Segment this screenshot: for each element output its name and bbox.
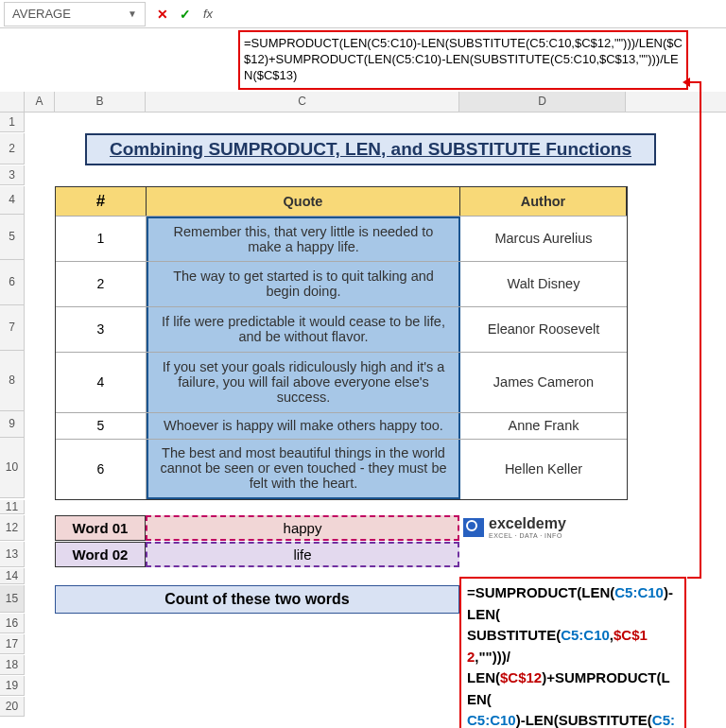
- fx-icon[interactable]: fx: [199, 5, 217, 24]
- row-header[interactable]: 8: [0, 351, 25, 411]
- table-header-author[interactable]: Author: [460, 187, 627, 216]
- formula-overlay: =SUMPRODUCT(LEN(C5:C10)-LEN( SUBSTITUTE(…: [459, 577, 686, 728]
- name-box-value: AVERAGE: [12, 7, 71, 21]
- word01-value[interactable]: happy: [146, 515, 459, 541]
- row-header[interactable]: 7: [0, 305, 25, 351]
- row-header[interactable]: 18: [0, 655, 25, 675]
- arrow-head-icon: [683, 78, 690, 87]
- row-header[interactable]: 9: [0, 411, 25, 438]
- arrow-connector: [700, 83, 701, 579]
- row-header[interactable]: 20: [0, 697, 25, 717]
- table-cell[interactable]: 2: [56, 262, 147, 306]
- col-header-b[interactable]: B: [55, 92, 146, 112]
- table-cell[interactable]: 1: [56, 217, 147, 261]
- row-header[interactable]: 14: [0, 568, 25, 584]
- row-header[interactable]: 3: [0, 165, 25, 185]
- select-all-corner[interactable]: [0, 92, 25, 112]
- exceldemy-logo: exceldemy EXCEL · DATA · INFO: [463, 515, 566, 539]
- word02-value[interactable]: life: [146, 542, 459, 567]
- word01-label[interactable]: Word 01: [55, 515, 146, 541]
- table-cell[interactable]: Eleanor Roosevelt: [460, 307, 627, 352]
- col-header-a[interactable]: A: [25, 92, 55, 112]
- quotes-table: # Quote Author 1 Remember this, that ver…: [55, 186, 628, 500]
- page-title: Combining SUMPRODUCT, LEN, and SUBSTITUT…: [85, 133, 656, 165]
- row-header[interactable]: 19: [0, 676, 25, 696]
- word02-label[interactable]: Word 02: [55, 542, 146, 567]
- table-header-quote[interactable]: Quote: [147, 187, 460, 216]
- chevron-down-icon[interactable]: ▼: [128, 9, 137, 19]
- table-cell[interactable]: Anne Frank: [460, 413, 627, 439]
- row-header[interactable]: 15: [0, 585, 25, 613]
- table-cell[interactable]: Marcus Aurelius: [460, 217, 627, 261]
- arrow-connector: [688, 81, 701, 83]
- row-header[interactable]: 17: [0, 634, 25, 654]
- logo-icon: [463, 518, 484, 537]
- row-header[interactable]: 12: [0, 515, 25, 541]
- row-header[interactable]: 11: [0, 500, 25, 514]
- row-header[interactable]: 5: [0, 215, 25, 260]
- table-cell[interactable]: 5: [56, 413, 147, 439]
- logo-text: exceldemy: [489, 515, 566, 532]
- table-cell[interactable]: If you set your goals ridiculously high …: [147, 353, 460, 412]
- table-cell[interactable]: If life were predictable it would cease …: [147, 307, 460, 352]
- arrow-connector: [687, 577, 701, 579]
- table-cell[interactable]: James Cameron: [460, 353, 627, 412]
- formula-bar-text: =SUMPRODUCT(LEN(C5:C10)-LEN(SUBSTITUTE(C…: [244, 36, 683, 84]
- table-cell[interactable]: 3: [56, 307, 147, 352]
- name-box[interactable]: AVERAGE ▼: [4, 2, 146, 26]
- col-header-c[interactable]: C: [146, 92, 459, 112]
- row-header[interactable]: 10: [0, 438, 25, 498]
- row-header[interactable]: 13: [0, 542, 25, 567]
- table-cell[interactable]: 6: [56, 440, 147, 499]
- table-cell[interactable]: Hellen Keller: [460, 440, 627, 499]
- cell[interactable]: [25, 133, 55, 165]
- table-cell[interactable]: Walt Disney: [460, 262, 627, 306]
- count-label[interactable]: Count of these two words: [55, 585, 459, 614]
- row-header[interactable]: 4: [0, 186, 25, 215]
- logo-subtext: EXCEL · DATA · INFO: [489, 532, 566, 539]
- table-cell[interactable]: Remember this, that very little is neede…: [147, 217, 460, 261]
- cancel-formula-button[interactable]: ✕: [153, 5, 172, 24]
- table-cell[interactable]: The best and most beautiful things in th…: [147, 440, 460, 499]
- formula-bar[interactable]: =SUMPRODUCT(LEN(C5:C10)-LEN(SUBSTITUTE(C…: [238, 30, 688, 90]
- row-header[interactable]: 1: [0, 113, 25, 132]
- row-header[interactable]: 16: [0, 614, 25, 633]
- table-cell[interactable]: Whoever is happy will make others happy …: [147, 413, 460, 439]
- table-cell[interactable]: The way to get started is to quit talkin…: [147, 262, 460, 306]
- table-cell[interactable]: 4: [56, 353, 147, 412]
- row-header[interactable]: 6: [0, 260, 25, 305]
- accept-formula-button[interactable]: ✓: [176, 5, 195, 24]
- table-header-num[interactable]: #: [56, 187, 147, 216]
- row-header[interactable]: 2: [0, 133, 25, 165]
- col-header-d[interactable]: D: [459, 92, 626, 112]
